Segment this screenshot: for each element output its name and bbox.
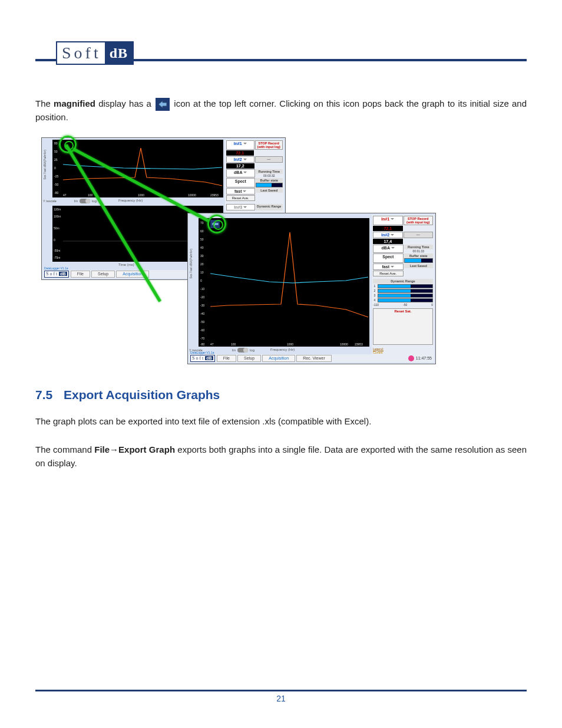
ytick2: 0 (54, 238, 55, 242)
lin-label: lin (232, 348, 236, 352)
setup-menu-button[interactable]: Setup (91, 271, 115, 278)
in2-label-big[interactable]: In#2 (373, 232, 403, 238)
xtick: 23953 (355, 342, 363, 346)
footer-rule (35, 690, 527, 691)
dynamic-range-header: Dynamic Range (256, 204, 283, 210)
svg-marker-0 (158, 101, 167, 108)
y-axis-label-small: Sss Fast dBA(Pa/m/s²) (43, 150, 47, 180)
section-heading: 7.5Export Acquisition Graphs (35, 388, 527, 402)
ytick2: 100m (54, 215, 61, 218)
ytick: 50 (54, 150, 58, 153)
lin-label: lin (74, 199, 78, 203)
section-number: 7.5 (35, 388, 64, 402)
dynamic-range-bars: 1 2 3 4 -110-500 (373, 284, 433, 307)
chevron-down-icon (243, 190, 246, 192)
yrescale-label: Y rescale (43, 199, 57, 203)
arrow-right-icon: → (110, 444, 118, 454)
ytick2: -75m (54, 256, 60, 259)
toggle-track (237, 348, 248, 353)
in2-value: 17,2 (226, 163, 254, 169)
ytick: 25 (54, 158, 58, 162)
chevron-down-icon (243, 143, 247, 144)
ytick: -10 (200, 287, 204, 291)
chevron-down-icon (391, 247, 395, 249)
dash-button[interactable]: — (255, 156, 283, 163)
xtick: 10000 (188, 193, 196, 197)
chevron-down-icon (391, 234, 394, 236)
header-rule-right (134, 59, 527, 61)
ytick: 70 (200, 221, 204, 225)
stop-record-button-big[interactable]: STOP Record (with input log) (404, 216, 434, 225)
spect-button[interactable]: Spect (226, 178, 255, 187)
stop-record-button[interactable]: STOP Record (with input log) (255, 140, 283, 150)
series-cyan (63, 164, 222, 169)
back-arrow-icon (156, 98, 170, 111)
ytick: -60 (200, 328, 204, 332)
acquisition-menu-button-big[interactable]: Acquisition (262, 355, 295, 362)
spectrum-chart-big: 70 60 50 40 30 20 10 0 -10 -20 -30 -40 -… (199, 218, 369, 347)
lin-log-toggle-big[interactable]: lin log (232, 348, 254, 353)
side-panel-big: In#1 STOP Record (with input log) 72,1 I… (372, 215, 434, 363)
ytick: -20 (200, 295, 204, 299)
p2-a: The command (35, 444, 94, 454)
logo-soft-text: Soft (57, 42, 105, 64)
bottom-toolbar-big: DataLogger V1.1a SoftdB File Setup Acqui… (189, 354, 434, 363)
lin-log-toggle[interactable]: lin log (74, 199, 97, 203)
ytick: 0 (54, 166, 56, 170)
file-menu-button-big[interactable]: File (217, 355, 236, 362)
last-saved-header: Last Saved (256, 188, 283, 193)
clock-time: 11:47:55 (416, 356, 432, 360)
rec-viewer-button[interactable]: Rec. Viewer (296, 355, 332, 362)
in2-label[interactable]: In#2 (226, 156, 254, 163)
fast-button-big[interactable]: fast (373, 263, 404, 270)
magnify-ring-target-icon (207, 215, 226, 233)
xtick: 1000 (287, 342, 293, 346)
ytick: -25 (54, 174, 58, 178)
xtick: 1000 (138, 193, 144, 197)
in1-value-big: 72,1 (373, 226, 403, 231)
ytick: -70 (200, 337, 204, 340)
reset-ave-button-big[interactable]: Reset Ave. (373, 271, 404, 276)
dba-button-big[interactable]: dBA (373, 245, 404, 253)
fast-button[interactable]: fast (226, 188, 255, 195)
in1-label[interactable]: In#1 (226, 140, 254, 150)
spectrum-plot-big-svg: 70 60 50 40 30 20 10 0 -10 -20 -30 -40 -… (199, 218, 369, 347)
intro-text-a: The (35, 98, 54, 108)
buffer-bar (256, 183, 283, 187)
setup-menu-button-big[interactable]: Setup (237, 355, 261, 362)
ytick: -30 (200, 304, 204, 307)
ytick: -40 (200, 312, 204, 315)
in1-label-big[interactable]: In#1 (373, 216, 403, 225)
reset-sat-button[interactable]: Reset Sat. (373, 308, 433, 345)
p2-file: File (94, 444, 110, 454)
in3-label[interactable]: In#3 (226, 204, 255, 210)
xtick: 10000 (340, 342, 348, 346)
intro-text-b: magnified (54, 98, 95, 108)
ytick: 50 (200, 238, 204, 241)
last-saved-header-big: Last Saved (404, 263, 434, 268)
x-axis-label-small: Frequency (Hz) (118, 199, 143, 202)
ytick: -80 (200, 342, 204, 346)
ytick: 40 (200, 246, 204, 249)
in1-value: 72,1 (226, 150, 254, 156)
screenshot-figure: 80 50 25 0 -25 -50 -80 47 100 1000 10000… (41, 137, 436, 364)
dba-button[interactable]: dBA (226, 169, 255, 177)
file-menu-button[interactable]: File (71, 271, 90, 278)
section-p2: The command File→Export Graph exports bo… (35, 443, 527, 470)
intro-text-c: display has a (95, 98, 154, 108)
ytick: 80 (54, 141, 58, 145)
ytick: 0 (200, 279, 202, 282)
ytick: -50 (200, 320, 204, 324)
buffer-bar-big (404, 258, 434, 263)
ytick: -80 (54, 191, 58, 195)
chevron-down-icon (243, 172, 247, 173)
dash-button-big[interactable]: — (404, 232, 434, 238)
reset-ave-button[interactable]: Reset Ave. (226, 195, 255, 201)
running-time-header: Running Time (256, 169, 283, 174)
p2-export: Export Graph (118, 444, 175, 454)
ytick2: 50m (54, 226, 59, 230)
spect-button-big[interactable]: Spect (373, 253, 404, 263)
toggle-track (80, 199, 90, 203)
log-label: log (92, 199, 97, 203)
x-axis-label-big: Frequency (Hz) (270, 348, 295, 351)
